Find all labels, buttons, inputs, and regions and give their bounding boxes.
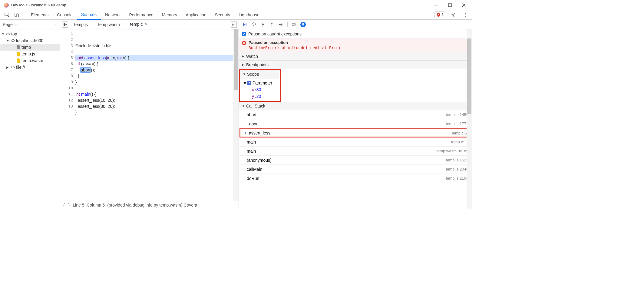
svg-point-7 (453, 14, 454, 15)
resume-icon[interactable] (242, 22, 247, 27)
tab-performance[interactable]: Performance (125, 10, 157, 20)
cloud-icon (11, 65, 15, 69)
section-scope[interactable]: ▼Scope (240, 70, 280, 78)
deactivate-breakpoints-icon[interactable] (291, 22, 297, 27)
tab-network[interactable]: Network (101, 10, 125, 20)
app-icon (4, 3, 9, 8)
stack-frame-current[interactable]: ➤ assert_lesstemp.c:5 (239, 128, 471, 138)
error-count-badge[interactable]: ✕ 1 (434, 12, 446, 18)
error-icon: ✕ (437, 13, 440, 17)
code-editor[interactable]: 12345678910111213 #include <stdlib.h> vo… (60, 29, 239, 201)
tree-file-tempjs[interactable]: temp.js (0, 51, 60, 57)
chevron-right-icon[interactable]: » (15, 22, 17, 27)
pause-on-caught-option[interactable]: Pause on caught exceptions (239, 29, 472, 38)
toggle-navigator-icon[interactable]: ▮◂ (62, 22, 68, 28)
section-breakpoints[interactable]: ▶Breakpoints (239, 61, 472, 69)
step-into-icon[interactable] (260, 22, 266, 27)
titlebar: DevTools - localhost:5000/temp (0, 0, 472, 10)
device-icon[interactable] (14, 12, 20, 18)
current-frame-icon: ➤ (244, 131, 247, 135)
scope-highlight-box: ▼Scope ▼fParameter x: 30 y: 20 (239, 69, 281, 102)
line-gutter: 12345678910111213 (60, 29, 75, 201)
editor-statusbar: { } Line 5, Column 5 (provided via debug… (60, 201, 239, 209)
file-icon (17, 58, 20, 63)
main-tabstrip: Elements Console Sources Network Perform… (0, 10, 472, 20)
exception-message: RuntimeError: abort(undefined) at Error (249, 45, 341, 50)
tab-security[interactable]: Security (211, 10, 235, 20)
stack-frame[interactable]: doRuntemp.js:2106 (239, 174, 472, 183)
editor-tab-tempc[interactable]: temp.c✕ (126, 20, 152, 29)
stack-frame[interactable]: maintemp.c:11 (239, 138, 472, 147)
scope-group-parameter[interactable]: ▼fParameter (243, 80, 280, 86)
pause-on-caught-checkbox[interactable] (242, 32, 246, 36)
svg-rect-1 (448, 4, 451, 7)
editor-tab-tempwasm[interactable]: temp.wasm (94, 20, 124, 29)
cursor-position: Line 5, Column 5 (73, 203, 105, 207)
inspect-icon[interactable] (4, 12, 10, 18)
navigator-tab-page[interactable]: Page (3, 22, 13, 27)
tree-origin[interactable]: ▼ localhost:5000 (0, 37, 60, 44)
kebab-icon[interactable]: ⋮ (462, 12, 468, 18)
pause-on-exceptions-icon[interactable]: II (300, 22, 306, 27)
frame-icon (6, 32, 10, 36)
section-watch[interactable]: ▶Watch (239, 52, 472, 61)
tree-top[interactable]: ▼ top (0, 31, 60, 37)
paused-exception-banner: ✕ Paused on exception RuntimeError: abor… (239, 38, 472, 52)
svg-point-9 (253, 25, 254, 26)
window-title: DevTools - localhost:5000/temp (11, 3, 66, 7)
stack-frame[interactable]: maintemp.wasm:0x1d9 (239, 147, 472, 156)
svg-rect-6 (16, 14, 18, 17)
file-tree: ▼ top ▼ localhost:5000 temp temp.js (0, 29, 60, 72)
error-icon: ✕ (242, 41, 246, 45)
run-snippet-icon[interactable]: ▶| (231, 22, 237, 28)
section-callstack[interactable]: ▼Call Stack (239, 102, 472, 110)
close-icon[interactable]: ✕ (145, 22, 148, 26)
close-button[interactable] (457, 0, 471, 10)
svg-point-11 (272, 25, 272, 26)
error-count: 1 (441, 12, 444, 17)
svg-point-12 (279, 24, 280, 25)
debugger-scrollbar[interactable] (467, 29, 472, 209)
exception-title: Paused on exception (249, 40, 341, 45)
stack-frame[interactable]: callMaintemp.js:2046 (239, 165, 472, 174)
pretty-print-icon[interactable]: { } (63, 203, 70, 207)
tree-file-tempwasm[interactable]: temp.wasm (0, 57, 60, 64)
scope-var-x[interactable]: x: 30 (243, 86, 280, 93)
stack-frame[interactable]: aborttemp.js:1456 (239, 110, 472, 119)
stack-frame[interactable]: (anonymous)temp.js:1525 (239, 156, 472, 165)
step-over-icon[interactable] (251, 22, 256, 27)
navigator-panel: Page » ⋮ ▼ top ▼ localhost:5000 temp (0, 20, 60, 209)
maximize-button[interactable] (443, 0, 457, 10)
tab-elements[interactable]: Elements (27, 10, 53, 20)
tab-application[interactable]: Application (181, 10, 211, 20)
code-content[interactable]: #include <stdlib.h> void assert_less(int… (75, 29, 239, 201)
tab-lighthouse[interactable]: Lighthouse (234, 10, 264, 20)
svg-point-10 (263, 25, 263, 26)
navigator-header: Page » ⋮ (0, 20, 60, 29)
function-badge-icon: f (247, 81, 251, 85)
navigator-menu-icon[interactable]: ⋮ (53, 22, 58, 27)
editor-tabstrip: ▮◂ temp.js temp.wasm temp.c✕ ▶| (60, 20, 239, 29)
tree-file-temp[interactable]: temp (0, 44, 60, 51)
file-icon (17, 52, 20, 56)
scope-var-y[interactable]: y: 20 (243, 93, 280, 100)
step-out-icon[interactable] (269, 22, 275, 27)
minimize-button[interactable] (429, 0, 443, 10)
editor-tab-tempjs[interactable]: temp.js (70, 20, 92, 29)
cloud-icon (11, 38, 15, 43)
stack-frame[interactable]: _aborttemp.js:1771 (239, 119, 472, 128)
debugger-toolbar: II (239, 20, 472, 29)
tree-file-scheme[interactable]: ▶ file:// (0, 64, 60, 71)
debugger-panel: II Pause on caught exceptions ✕ Paused o… (239, 20, 472, 209)
tab-memory[interactable]: Memory (158, 10, 182, 20)
file-icon (17, 45, 20, 49)
svg-rect-8 (246, 23, 246, 26)
tab-sources[interactable]: Sources (77, 10, 101, 20)
editor-panel: ▮◂ temp.js temp.wasm temp.c✕ ▶| 12345678… (60, 20, 239, 209)
step-icon[interactable] (278, 22, 284, 27)
tab-console[interactable]: Console (53, 10, 77, 20)
debug-info-link[interactable]: temp.wasm (159, 203, 181, 207)
settings-icon[interactable] (450, 12, 456, 18)
devtools-window: DevTools - localhost:5000/temp Elements … (0, 0, 472, 209)
